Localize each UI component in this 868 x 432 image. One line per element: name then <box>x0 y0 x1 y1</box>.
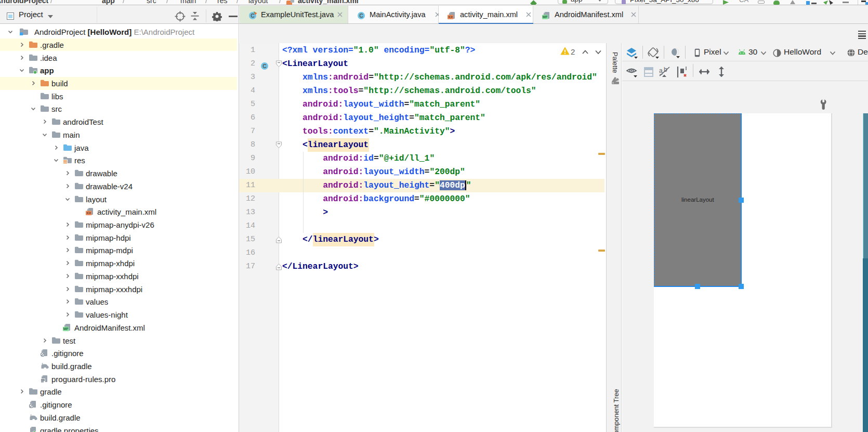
svg-text:C: C <box>251 12 255 19</box>
svg-text:<>: <> <box>87 211 91 215</box>
svg-text:<>: <> <box>449 15 453 19</box>
svg-text:MF: MF <box>63 327 69 331</box>
svg-text:MF: MF <box>543 15 548 19</box>
svg-text:C: C <box>262 63 267 69</box>
svg-text:C: C <box>359 12 363 19</box>
